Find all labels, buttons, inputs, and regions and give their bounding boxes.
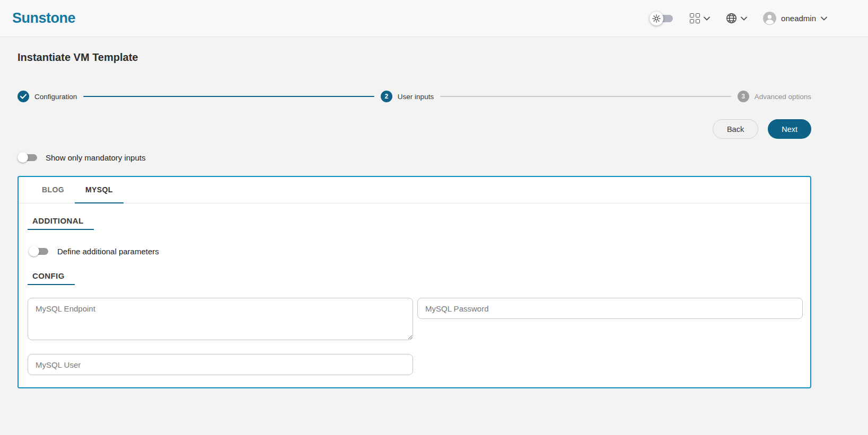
step-configuration[interactable]: Configuration <box>17 91 77 102</box>
chevron-down-icon <box>741 16 747 21</box>
step-label: Advanced options <box>755 93 811 101</box>
define-additional-row: Define additional parameters <box>29 245 803 258</box>
globe-icon <box>726 13 737 24</box>
step-label: Configuration <box>34 93 77 101</box>
user-inputs-card: BLOG MYSQL ADDITIONAL Define additional … <box>17 176 811 388</box>
mandatory-inputs-row: Show only mandatory inputs <box>17 151 811 164</box>
mandatory-inputs-toggle[interactable] <box>17 151 39 164</box>
tab-blog[interactable]: BLOG <box>31 177 75 203</box>
step-active-circle: 2 <box>381 91 392 102</box>
mandatory-inputs-label: Show only mandatory inputs <box>46 153 145 162</box>
apps-menu-button[interactable] <box>690 13 710 23</box>
header-controls: oneadmin <box>650 11 827 26</box>
tab-mysql[interactable]: MYSQL <box>75 177 124 203</box>
theme-toggle[interactable] <box>650 11 674 26</box>
step-user-inputs[interactable]: 2 User inputs <box>381 91 434 102</box>
check-icon <box>20 94 27 99</box>
chevron-down-icon <box>821 16 827 21</box>
step-pending-circle: 3 <box>738 91 749 102</box>
step-advanced-options[interactable]: 3 Advanced options <box>738 91 811 102</box>
config-fields <box>28 298 803 375</box>
step-connector-completed <box>83 96 374 97</box>
step-connector-pending <box>440 96 731 97</box>
toggle-thumb <box>17 152 28 163</box>
mysql-endpoint-field[interactable] <box>28 298 413 340</box>
section-heading-additional: ADDITIONAL <box>28 216 94 230</box>
step-label: User inputs <box>398 93 434 101</box>
section-heading-config: CONFIG <box>28 271 75 285</box>
main-content: Instantiate VM Template Configuration 2 … <box>0 51 868 388</box>
mysql-user-field[interactable] <box>28 354 413 375</box>
language-menu-button[interactable] <box>726 13 747 24</box>
chevron-down-icon <box>704 16 710 21</box>
step-completed-circle <box>17 91 29 102</box>
sun-icon <box>652 14 661 23</box>
role-tabs: BLOG MYSQL <box>19 177 810 203</box>
theme-toggle-thumb <box>650 12 663 25</box>
define-additional-label: Define additional parameters <box>57 247 159 256</box>
mysql-password-field[interactable] <box>417 298 803 319</box>
user-menu-button[interactable]: oneadmin <box>763 12 827 25</box>
card-body: ADDITIONAL Define additional parameters … <box>19 203 810 387</box>
app-logo[interactable]: Sunstone <box>12 10 75 26</box>
wizard-actions: Back Next <box>17 119 811 139</box>
grid-icon <box>690 13 700 23</box>
page-title: Instantiate VM Template <box>17 51 811 64</box>
toggle-thumb <box>29 246 39 256</box>
app-header: Sunstone <box>0 0 868 37</box>
next-button[interactable]: Next <box>768 119 811 139</box>
back-button[interactable]: Back <box>713 119 758 139</box>
avatar-icon <box>763 12 776 25</box>
username-label: oneadmin <box>781 14 816 23</box>
define-additional-toggle[interactable] <box>29 245 50 258</box>
wizard-stepper: Configuration 2 User inputs 3 Advanced o… <box>17 91 811 102</box>
